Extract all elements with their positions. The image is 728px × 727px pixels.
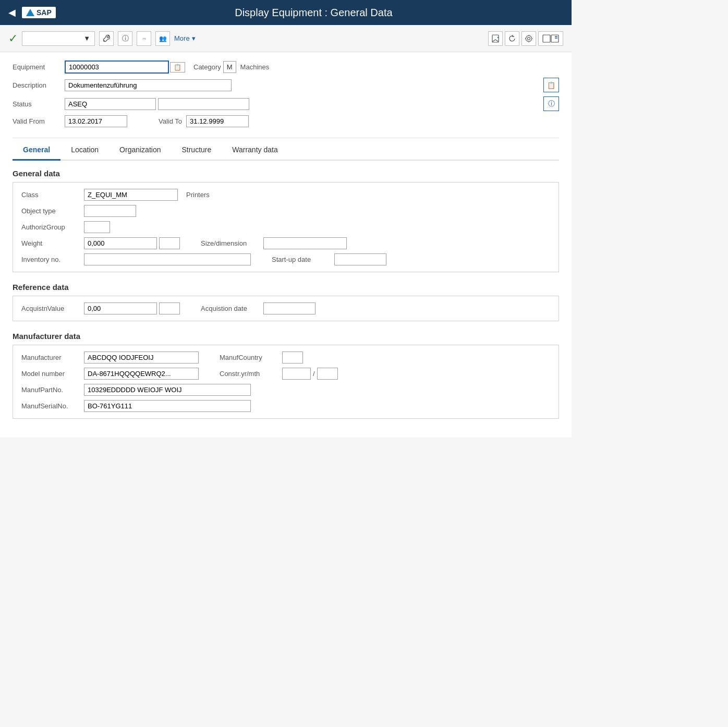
startup-input[interactable] bbox=[334, 253, 386, 265]
acquistion-date-group: Acquistion date bbox=[201, 302, 316, 314]
more-label: More bbox=[174, 34, 190, 42]
svg-point-4 bbox=[528, 37, 530, 40]
toolbar: ✓ ▼ ⓘ ⎓ 👥 More ▾ bbox=[0, 25, 572, 52]
constr-mth-input[interactable] bbox=[317, 368, 338, 380]
equipment-row: Equipment 📋 Category M Machines bbox=[13, 60, 559, 74]
inventory-input[interactable] bbox=[84, 253, 251, 265]
general-data-title: General data bbox=[13, 169, 559, 178]
more-chevron-icon: ▾ bbox=[192, 34, 196, 42]
constr-yr-group: Constr.yr/mth / bbox=[220, 368, 338, 380]
manuf-serial-input[interactable] bbox=[84, 400, 251, 412]
manufacturer-data-title: Manufacturer data bbox=[13, 332, 559, 341]
bookmark-icon bbox=[491, 34, 500, 43]
tab-warranty[interactable]: Warranty data bbox=[222, 140, 288, 161]
reference-data-box: AcquistnValue Acquistion date bbox=[13, 296, 559, 321]
gear-icon bbox=[525, 34, 533, 43]
main-content: Equipment 📋 Category M Machines Descript… bbox=[0, 52, 572, 438]
object-type-input[interactable] bbox=[84, 205, 136, 217]
tab-bar: General Location Organization Structure … bbox=[13, 140, 559, 161]
info-icon-button[interactable]: ⓘ bbox=[118, 31, 132, 46]
weight-row: Weight Size/dimension bbox=[21, 237, 550, 249]
equipment-copy-button[interactable]: 📋 bbox=[170, 62, 185, 72]
category-name: Machines bbox=[240, 63, 270, 71]
tab-location[interactable]: Location bbox=[60, 140, 109, 161]
manufacturer-input[interactable] bbox=[84, 352, 199, 364]
manufacturer-data-section: Manufacturer data Manufacturer ManufCoun… bbox=[13, 332, 559, 419]
toolbar-dropdown[interactable]: ▼ bbox=[22, 31, 95, 46]
svg-rect-6 bbox=[551, 35, 559, 42]
category-value: M bbox=[223, 61, 236, 73]
refresh-icon-button[interactable] bbox=[505, 31, 519, 46]
check-button[interactable]: ✓ bbox=[8, 32, 18, 45]
back-button[interactable]: ◀ bbox=[8, 7, 16, 18]
status-label: Status bbox=[13, 100, 65, 108]
equipment-label: Equipment bbox=[13, 63, 65, 71]
valid-to-input[interactable] bbox=[186, 115, 249, 127]
refresh-icon bbox=[508, 34, 516, 43]
display-icon-button[interactable]: ⎓ bbox=[137, 31, 151, 46]
weight-unit-input[interactable] bbox=[159, 237, 180, 249]
object-type-row: Object type bbox=[21, 205, 550, 217]
page-title: Display Equipment : General Data bbox=[64, 7, 563, 19]
manuf-serial-row: ManufSerialNo. bbox=[21, 400, 550, 412]
status-extra-input[interactable] bbox=[158, 98, 249, 110]
description-label: Description bbox=[13, 81, 65, 89]
manuf-part-input[interactable] bbox=[84, 384, 251, 396]
model-number-input[interactable] bbox=[84, 368, 199, 380]
manufacturer-row: Manufacturer ManufCountry bbox=[21, 352, 550, 364]
info-icon: ⓘ bbox=[122, 34, 129, 43]
layout-icon bbox=[542, 34, 559, 43]
class-input[interactable] bbox=[84, 189, 178, 201]
weight-input[interactable] bbox=[84, 237, 157, 249]
bookmark-icon-button[interactable] bbox=[488, 31, 503, 46]
description-row: Description 📋 bbox=[13, 78, 559, 92]
size-input[interactable] bbox=[263, 237, 347, 249]
layout-icon-button[interactable] bbox=[538, 31, 563, 46]
tools-icon-button[interactable] bbox=[99, 31, 114, 46]
tab-general[interactable]: General bbox=[13, 140, 60, 161]
description-action-button[interactable]: 📋 bbox=[543, 78, 559, 92]
users-icon: 👥 bbox=[159, 35, 167, 42]
class-row: Class Printers bbox=[21, 189, 550, 201]
svg-rect-5 bbox=[543, 35, 550, 42]
settings-icon-button[interactable] bbox=[521, 31, 536, 46]
reference-data-section: Reference data AcquistnValue Acquistion … bbox=[13, 283, 559, 321]
class-label: Class bbox=[21, 191, 84, 199]
tab-structure[interactable]: Structure bbox=[171, 140, 222, 161]
more-button[interactable]: More ▾ bbox=[174, 34, 196, 42]
general-data-section: General data Class Printers Object type … bbox=[13, 169, 559, 272]
status-input[interactable] bbox=[65, 98, 156, 110]
acquistn-unit-input[interactable] bbox=[159, 302, 180, 314]
acquistn-value-input[interactable] bbox=[84, 302, 157, 314]
model-number-label: Model number bbox=[21, 370, 84, 378]
constr-yr-label: Constr.yr/mth bbox=[220, 370, 282, 378]
object-type-label: Object type bbox=[21, 207, 84, 215]
manuf-part-row: ManufPartNo. bbox=[21, 384, 550, 396]
manufcountry-input[interactable] bbox=[282, 352, 303, 364]
description-input[interactable] bbox=[65, 79, 232, 91]
manufcountry-group: ManufCountry bbox=[220, 352, 303, 364]
reference-data-title: Reference data bbox=[13, 283, 559, 292]
valid-to-label: Valid To bbox=[159, 117, 182, 125]
general-data-box: Class Printers Object type AuthorizGroup… bbox=[13, 182, 559, 272]
manufacturer-data-box: Manufacturer ManufCountry Model number C… bbox=[13, 345, 559, 419]
manuf-serial-label: ManufSerialNo. bbox=[21, 402, 84, 410]
sap-diamond-icon bbox=[26, 9, 34, 16]
model-number-row: Model number Constr.yr/mth / bbox=[21, 368, 550, 380]
sap-logo: SAP bbox=[22, 7, 56, 18]
users-icon-button[interactable]: 👥 bbox=[155, 31, 170, 46]
category-label: Category bbox=[193, 63, 221, 71]
app-header: ◀ SAP Display Equipment : General Data bbox=[0, 0, 572, 25]
valid-from-input[interactable] bbox=[65, 115, 127, 127]
status-info-button[interactable]: ⓘ bbox=[543, 96, 559, 111]
manufcountry-label: ManufCountry bbox=[220, 354, 282, 361]
valid-from-label: Valid From bbox=[13, 117, 65, 125]
tab-organization[interactable]: Organization bbox=[109, 140, 171, 161]
tools-icon bbox=[102, 34, 111, 43]
authoriz-group-input[interactable] bbox=[84, 221, 110, 233]
equipment-number-input[interactable] bbox=[65, 60, 169, 74]
constr-separator: / bbox=[313, 370, 315, 378]
acquistion-date-input[interactable] bbox=[263, 302, 316, 314]
constr-yr-input[interactable] bbox=[282, 368, 311, 380]
startup-label: Start-up date bbox=[272, 256, 334, 263]
